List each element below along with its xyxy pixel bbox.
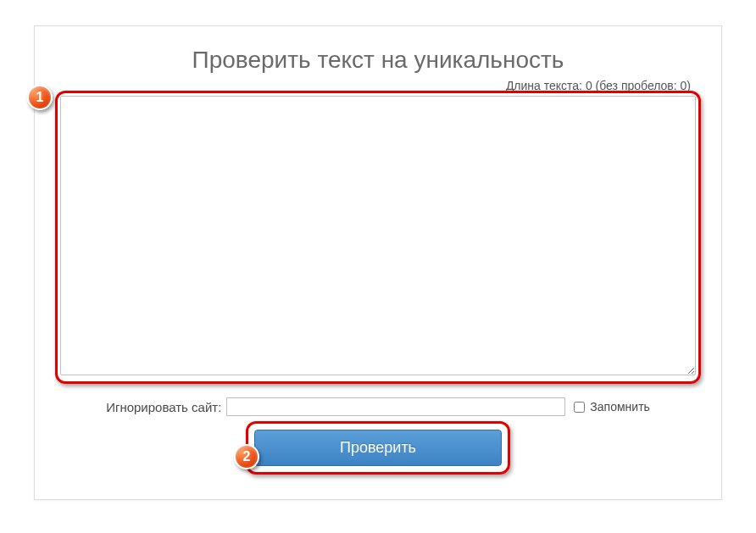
text-input[interactable] <box>60 96 696 375</box>
check-button[interactable]: Проверить <box>254 430 502 466</box>
page-title: Проверить текст на уникальность <box>60 47 696 74</box>
ignore-site-row: Игнорировать сайт: Запомнить <box>60 397 696 416</box>
remember-label: Запомнить <box>590 400 650 414</box>
textarea-wrapper <box>60 96 696 379</box>
ignore-site-input[interactable] <box>226 397 565 416</box>
button-row: Проверить <box>60 430 696 466</box>
length-info: Длина текста: 0 (без пробелов: 0) <box>60 79 696 92</box>
remember-checkbox[interactable] <box>574 402 585 413</box>
ignore-site-label: Игнорировать сайт: <box>106 400 221 414</box>
form-panel: Проверить текст на уникальность Длина те… <box>34 25 722 500</box>
check-button-wrapper: Проверить <box>254 430 502 466</box>
